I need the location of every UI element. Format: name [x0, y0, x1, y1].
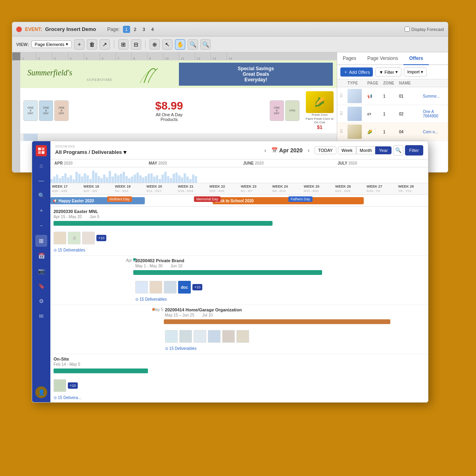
offer-row[interactable]: ⠿ 🌽 1 04 Corn o... — [337, 123, 448, 141]
year-view-btn[interactable]: Year — [375, 146, 391, 154]
calendar-search-button[interactable]: 🔍 — [393, 145, 403, 155]
offer-page: 1 — [383, 94, 399, 98]
bar — [95, 173, 97, 183]
memorial-day-badge[interactable]: Memorial Day — [194, 196, 221, 202]
bar — [186, 177, 189, 183]
grid-tool-2[interactable]: ⊟ — [131, 39, 141, 50]
ruler-tick: 12 — [195, 52, 211, 60]
bar — [73, 179, 75, 183]
chart-bars — [50, 167, 428, 183]
tab-page-versions[interactable]: Page Versions — [362, 52, 403, 64]
ruler-tick: 10 — [163, 52, 179, 60]
home-deliverables[interactable]: ⊙ 15 Deliverables — [165, 344, 425, 351]
private-deliverables-link[interactable]: ⊙ 15 Deliverables — [135, 297, 167, 301]
home-deliverables-link[interactable]: ⊙ 15 Deliverables — [165, 346, 197, 351]
week-view-btn[interactable]: Week — [338, 146, 356, 154]
offer-row[interactable]: ⠿ 📢 1 01 Summe... — [337, 87, 448, 105]
drag-handle[interactable]: ⠿ — [340, 129, 347, 134]
onsite-deliverables[interactable]: ⊙ 15 Delivera... — [54, 393, 425, 401]
sidebar-camera-icon[interactable]: 📷 — [35, 265, 47, 277]
private-more[interactable]: +10 — [192, 284, 202, 290]
import-button[interactable]: Import ▾ — [404, 67, 427, 77]
onsite-deliverables-link[interactable]: ⊙ 15 Delivera... — [54, 395, 81, 400]
calendar-filter-button[interactable]: Filter — [405, 145, 423, 155]
zoom-out-button[interactable]: 🔍 — [200, 39, 211, 50]
ruler-vertical — [12, 60, 20, 172]
fathers-day-badge[interactable]: Fathers Day — [288, 196, 313, 202]
offer-thumbnail — [347, 125, 362, 139]
easter-more[interactable]: +10 — [96, 235, 106, 241]
display-forecast-checkbox[interactable] — [405, 27, 410, 32]
cursor-tool[interactable]: ↖ — [162, 39, 173, 50]
next-arrow[interactable]: › — [304, 146, 313, 155]
page-3[interactable]: 3 — [140, 26, 148, 33]
offer-name[interactable]: One A7684900 — [423, 109, 445, 118]
private-dot — [133, 258, 136, 261]
delete-button[interactable]: 🗑 — [87, 39, 97, 50]
tab-offers[interactable]: Offers — [403, 52, 428, 65]
display-forecast-toggle[interactable]: Display Forecast — [405, 27, 444, 32]
product-2: ONEADAY — [39, 100, 53, 121]
ad-price: $8.99 — [72, 100, 267, 112]
offer-zone: 04 — [399, 130, 423, 134]
sidebar-grid-icon[interactable]: ⊞ — [35, 235, 47, 247]
sidebar-minus-icon[interactable]: — — [35, 175, 47, 186]
program-select-container[interactable]: All Programs / Deliverables ▾ — [55, 148, 127, 156]
product-images: ONEADAY ONEADAY ONEADAY — [23, 100, 69, 121]
view-select[interactable]: Page Elements ▾ — [31, 40, 72, 48]
app-logo[interactable] — [36, 145, 47, 156]
sidebar-search-icon[interactable]: 🔍 — [35, 190, 47, 202]
sidebar-bookmark-icon[interactable]: 🔖 — [35, 280, 47, 292]
easter-deliverables-link[interactable]: ⊙ 15 Deliverables — [54, 248, 85, 252]
user-avatar[interactable]: 👤 — [35, 386, 47, 398]
view-label: VIEW: — [16, 42, 29, 47]
onsite-more[interactable]: +10 — [68, 382, 78, 389]
svg-rect-3 — [42, 151, 44, 154]
prev-arrow[interactable]: ‹ — [261, 146, 270, 155]
close-button[interactable] — [16, 27, 22, 32]
pe-tabs: Pages Page Versions Offers — [337, 52, 448, 65]
offer-row[interactable]: ⠿ 🏷 1 02 One A7684900 — [337, 105, 448, 123]
mothers-day-badge[interactable]: Mothers Day — [107, 196, 132, 202]
page-2[interactable]: 2 — [132, 26, 139, 33]
sidebar-home-icon[interactable]: ⌂ — [35, 159, 47, 171]
page-header: PAGE — [367, 81, 383, 85]
drag-handle[interactable]: ⠿ — [340, 93, 347, 99]
program-select-chevron: ▾ — [123, 148, 127, 156]
private-thumb-3 — [164, 281, 177, 294]
sidebar-mail-icon[interactable]: ✉ — [35, 310, 47, 322]
product-images-2: ONEADAY VITA — [270, 100, 299, 121]
zoom-in-button[interactable]: 🔍 — [188, 39, 198, 50]
add-element-button[interactable]: ＋ — [74, 39, 84, 50]
filter-button[interactable]: ▼ Filter ▾ — [375, 67, 401, 77]
ad-bottom-row — [20, 133, 337, 141]
month-view-btn[interactable]: Month — [356, 146, 376, 154]
offers-table-header: TYPE PAGE ZONE NAME — [337, 79, 448, 87]
offer-name[interactable]: Summe... — [423, 94, 445, 98]
drag-handle[interactable]: ⠿ — [340, 111, 347, 117]
today-button[interactable]: TODAY — [315, 146, 336, 154]
arrow-tool[interactable]: ↗ — [100, 39, 110, 50]
bar — [145, 176, 147, 183]
offer-name[interactable]: Corn o... — [423, 130, 445, 134]
view-mode-label: Page Elements — [35, 42, 65, 47]
sidebar-minus2-icon[interactable]: － — [35, 220, 47, 232]
crosshair-tool[interactable]: ⊕ — [150, 39, 160, 50]
private-deliverables[interactable]: ⊙ 15 Deliverables — [135, 295, 425, 302]
calendar-icon: 📅 — [271, 147, 278, 153]
page-4[interactable]: 4 — [149, 26, 156, 33]
add-offers-button[interactable]: ＋ Add Offers — [340, 67, 373, 77]
sidebar-calendar-icon[interactable]: 📅 — [35, 250, 47, 262]
zone-header: ZONE — [383, 81, 399, 85]
hand-tool[interactable]: ✋ — [175, 39, 185, 50]
easter-deliverables[interactable]: ⊙ 15 Deliverables — [54, 246, 425, 253]
calendar-sidebar: ⌂ — 🔍 ＋ － ⊞ 📅 📷 🔖 ⚙ ✉ 👤 — [32, 141, 50, 402]
sidebar-add-icon[interactable]: ＋ — [35, 205, 47, 217]
bar — [161, 175, 164, 183]
bar — [125, 176, 128, 183]
page-1[interactable]: 1 — [123, 26, 130, 33]
bar — [178, 175, 180, 183]
sidebar-settings-icon[interactable]: ⚙ — [35, 295, 47, 307]
tab-pages[interactable]: Pages — [337, 52, 362, 64]
grid-tool-1[interactable]: ⊞ — [118, 39, 129, 50]
